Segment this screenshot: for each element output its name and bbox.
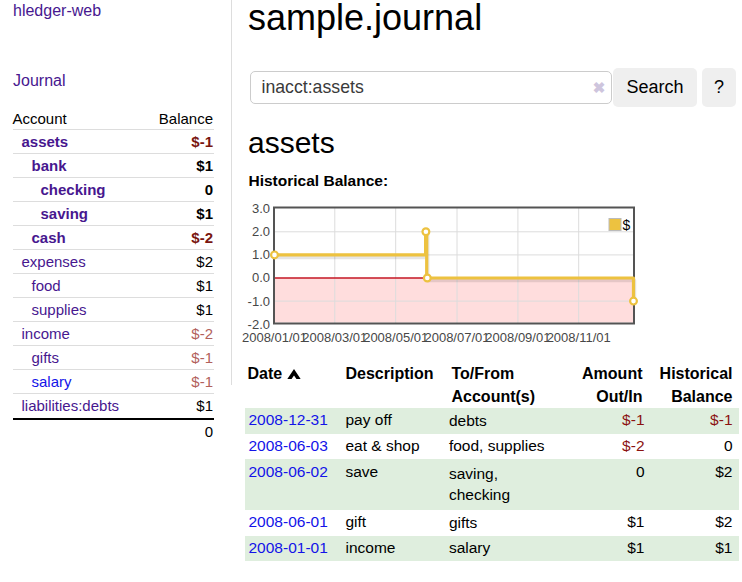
svg-text:2008/09/01: 2008/09/01 (485, 330, 550, 345)
svg-text:1.0: 1.0 (252, 247, 270, 262)
svg-text:2008/11/01: 2008/11/01 (547, 330, 611, 345)
svg-text:2008/03/01: 2008/03/01 (302, 330, 367, 345)
svg-text:3.0: 3.0 (252, 201, 270, 216)
svg-text:2008/07/01: 2008/07/01 (424, 330, 489, 345)
svg-text:0.0: 0.0 (252, 270, 270, 285)
svg-text:$: $ (623, 217, 631, 233)
svg-text:2008/05/01: 2008/05/01 (363, 330, 428, 345)
svg-text:2008/01/01: 2008/01/01 (242, 330, 307, 345)
svg-text:2.0: 2.0 (252, 224, 270, 239)
svg-text:-1.0: -1.0 (248, 294, 270, 309)
